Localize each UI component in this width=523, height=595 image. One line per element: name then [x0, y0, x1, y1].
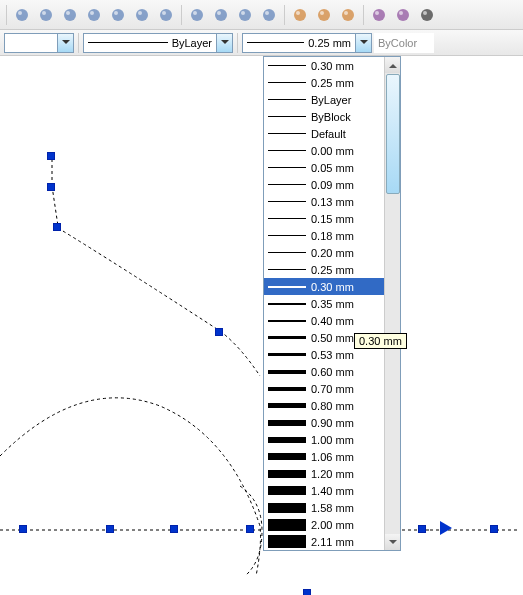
lineweight-option[interactable]: 0.15 mm	[264, 210, 384, 227]
grip[interactable]	[53, 223, 61, 231]
ucs-world-icon[interactable]	[392, 4, 414, 26]
grip[interactable]	[246, 525, 254, 533]
grip[interactable]	[490, 525, 498, 533]
scroll-thumb[interactable]	[386, 74, 400, 194]
lineweight-option-label: ByBlock	[311, 111, 380, 123]
svg-point-26	[342, 9, 354, 21]
lineweight-option-label: 0.20 mm	[311, 247, 380, 259]
lineweight-option-label: 1.40 mm	[311, 485, 380, 497]
lineweight-option[interactable]: 1.58 mm	[264, 499, 384, 516]
lineweight-option[interactable]: ByLayer	[264, 91, 384, 108]
lineweight-option[interactable]: 0.20 mm	[264, 244, 384, 261]
lineweight-option[interactable]: 0.25 mm	[264, 261, 384, 278]
grip[interactable]	[170, 525, 178, 533]
color-combo[interactable]	[4, 33, 74, 53]
chevron-down-icon[interactable]	[216, 34, 232, 52]
lineweight-option-label: 0.60 mm	[311, 366, 380, 378]
spring-icon[interactable]	[131, 4, 153, 26]
separator	[181, 5, 182, 25]
ucs-face-icon[interactable]	[416, 4, 438, 26]
grip[interactable]	[418, 525, 426, 533]
svg-point-32	[421, 9, 433, 21]
linetype-combo[interactable]: ByLayer	[83, 33, 233, 53]
grip[interactable]	[106, 525, 114, 533]
lineweight-dropdown: 0.30 mm0.25 mmByLayerByBlockDefault0.00 …	[263, 56, 401, 551]
lineweight-list[interactable]: 0.30 mm0.25 mmByLayerByBlockDefault0.00 …	[264, 57, 384, 550]
svg-point-1	[18, 11, 22, 15]
lineweight-option[interactable]: 0.00 mm	[264, 142, 384, 159]
lineweight-option-label: 0.30 mm	[311, 281, 380, 293]
lineweight-option-label: 1.06 mm	[311, 451, 380, 463]
lineweight-option[interactable]: 1.06 mm	[264, 448, 384, 465]
lineweight-option[interactable]: 0.60 mm	[264, 363, 384, 380]
lineweight-option[interactable]: 1.40 mm	[264, 482, 384, 499]
lineweight-option-label: 0.18 mm	[311, 230, 380, 242]
lineweight-combo[interactable]: 0.25 mm	[242, 33, 372, 53]
sweep-icon[interactable]	[337, 4, 359, 26]
lineweight-option[interactable]: 0.90 mm	[264, 414, 384, 431]
lineweight-option-label: 0.13 mm	[311, 196, 380, 208]
cone-icon[interactable]	[83, 4, 105, 26]
lineweight-option[interactable]: ByBlock	[264, 108, 384, 125]
lineweight-label: 0.25 mm	[308, 37, 351, 49]
grip[interactable]	[47, 183, 55, 191]
lineweight-option-label: 0.35 mm	[311, 298, 380, 310]
polysolid-icon[interactable]	[234, 4, 256, 26]
lineweight-option[interactable]: 1.00 mm	[264, 431, 384, 448]
grip[interactable]	[215, 328, 223, 336]
svg-point-28	[373, 9, 385, 21]
lineweight-option[interactable]: 0.80 mm	[264, 397, 384, 414]
svg-line-35	[52, 186, 58, 226]
wedge-icon[interactable]	[186, 4, 208, 26]
grip[interactable]	[47, 152, 55, 160]
lineweight-option[interactable]: 0.30 mm	[264, 57, 384, 74]
svg-point-29	[375, 11, 379, 15]
direction-grip[interactable]	[440, 521, 459, 535]
box-icon[interactable]	[155, 4, 177, 26]
ucs-icon[interactable]	[368, 4, 390, 26]
lineweight-option-label: 1.58 mm	[311, 502, 380, 514]
svg-point-14	[191, 9, 203, 21]
chevron-down-icon[interactable]	[355, 34, 371, 52]
scroll-down-icon[interactable]	[385, 534, 400, 550]
scroll-up-icon[interactable]	[385, 57, 400, 73]
drawing-geometry	[0, 56, 523, 595]
lineweight-option[interactable]: 0.05 mm	[264, 159, 384, 176]
lineweight-option[interactable]: 0.40 mm	[264, 312, 384, 329]
helix-icon[interactable]	[107, 4, 129, 26]
lineweight-option[interactable]: 0.30 mm	[264, 278, 384, 295]
linetype-label: ByLayer	[172, 37, 212, 49]
lineweight-option[interactable]: 0.13 mm	[264, 193, 384, 210]
svg-point-27	[344, 11, 348, 15]
svg-point-8	[112, 9, 124, 21]
svg-point-7	[90, 11, 94, 15]
lineweight-option[interactable]: 2.11 mm	[264, 533, 384, 550]
torus-icon[interactable]	[59, 4, 81, 26]
drawing-area[interactable]	[0, 56, 523, 595]
sphere-icon[interactable]	[11, 4, 33, 26]
lineweight-option[interactable]: 0.35 mm	[264, 295, 384, 312]
grip[interactable]	[303, 589, 311, 595]
chevron-down-icon[interactable]	[57, 34, 73, 52]
lineweight-option[interactable]: 2.00 mm	[264, 516, 384, 533]
lineweight-option-label: 0.53 mm	[311, 349, 380, 361]
lineweight-option[interactable]: 1.20 mm	[264, 465, 384, 482]
lineweight-option-label: 1.20 mm	[311, 468, 380, 480]
separator	[6, 5, 7, 25]
loft-icon[interactable]	[313, 4, 335, 26]
revolve-icon[interactable]	[289, 4, 311, 26]
lineweight-option-label: Default	[311, 128, 380, 140]
lineweight-option[interactable]: 0.70 mm	[264, 380, 384, 397]
svg-point-23	[296, 11, 300, 15]
cylinder-icon[interactable]	[35, 4, 57, 26]
lineweight-option[interactable]: Default	[264, 125, 384, 142]
extrude-icon[interactable]	[258, 4, 280, 26]
lineweight-option-label: 0.25 mm	[311, 264, 380, 276]
lineweight-option-label: ByLayer	[311, 94, 380, 106]
mesh-icon[interactable]	[210, 4, 232, 26]
lineweight-option[interactable]: 0.18 mm	[264, 227, 384, 244]
lineweight-option[interactable]: 0.09 mm	[264, 176, 384, 193]
grip[interactable]	[19, 525, 27, 533]
lineweight-option[interactable]: 0.25 mm	[264, 74, 384, 91]
scrollbar[interactable]	[384, 57, 400, 550]
